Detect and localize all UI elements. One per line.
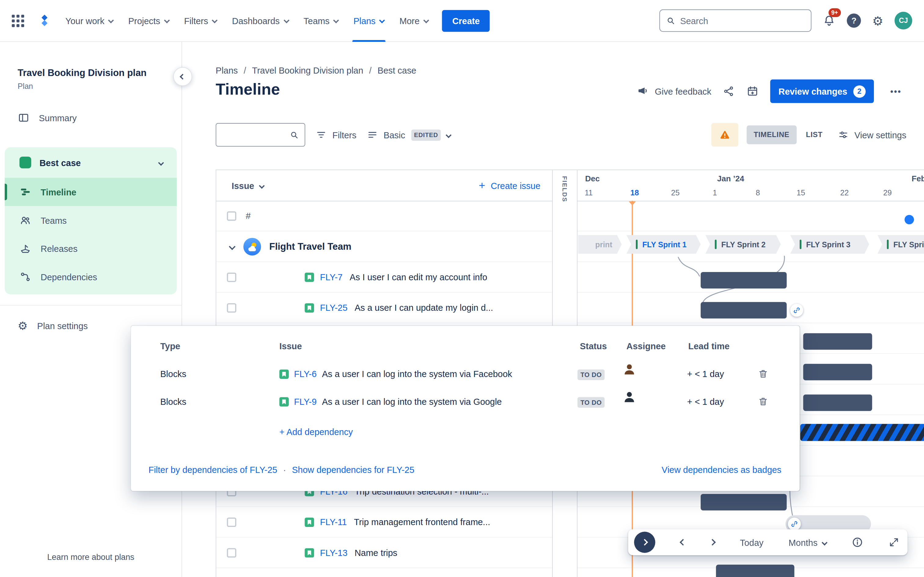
zoom-level-dropdown[interactable]: Months bbox=[788, 537, 827, 547]
info-icon bbox=[852, 537, 864, 548]
nav-label: Plans bbox=[354, 16, 376, 26]
issue-key-link[interactable]: FLY-9 bbox=[294, 396, 317, 407]
view-mode-timeline[interactable]: TIMELINE bbox=[746, 126, 796, 144]
jira-logo[interactable] bbox=[38, 14, 51, 27]
timeline-info-button[interactable] bbox=[852, 537, 864, 548]
issue-search-box[interactable] bbox=[216, 123, 305, 147]
nav-more[interactable]: More bbox=[399, 0, 428, 42]
breadcrumb-plan-name[interactable]: Travel Booking Division plan bbox=[252, 65, 363, 76]
row-checkbox[interactable] bbox=[227, 548, 236, 558]
user-avatar[interactable]: CJ bbox=[895, 12, 913, 30]
scroll-right-button[interactable] bbox=[710, 540, 715, 544]
delete-dependency-button[interactable] bbox=[758, 396, 769, 407]
sprint-bar-fly-sprint-1[interactable]: FLY Sprint 1 bbox=[627, 235, 701, 254]
gantt-bar-fly-13[interactable] bbox=[716, 564, 794, 577]
add-dependency-button[interactable]: + Add dependency bbox=[279, 427, 353, 437]
app-switcher-button[interactable] bbox=[12, 15, 24, 27]
zoom-level-label: Months bbox=[788, 537, 818, 547]
gantt-bar-fly-7[interactable] bbox=[701, 272, 787, 288]
filter-by-dependencies-link[interactable]: Filter by dependencies of FLY-25 bbox=[149, 465, 277, 475]
row-checkbox[interactable] bbox=[227, 211, 236, 221]
breadcrumb-plans[interactable]: Plans bbox=[216, 65, 238, 76]
sidebar-item-summary[interactable]: Summary bbox=[0, 103, 181, 133]
chevron-down-icon[interactable] bbox=[229, 243, 236, 250]
filters-label: Filters bbox=[333, 130, 357, 140]
scroll-left-button[interactable] bbox=[680, 540, 685, 544]
nav-plans[interactable]: Plans bbox=[354, 0, 384, 42]
global-search[interactable] bbox=[659, 10, 812, 32]
view-preset-dropdown[interactable]: Basic EDITED bbox=[367, 129, 451, 140]
gantt-bar-fly-25[interactable] bbox=[701, 302, 787, 318]
gantt-bar[interactable] bbox=[803, 395, 872, 411]
row-checkbox[interactable] bbox=[227, 303, 236, 312]
filters-button[interactable]: Filters bbox=[316, 129, 357, 140]
row-checkbox[interactable] bbox=[227, 517, 236, 527]
share-button[interactable] bbox=[723, 85, 735, 97]
issue-key-link[interactable]: FLY-7 bbox=[320, 272, 342, 282]
view-settings-button[interactable]: View settings bbox=[838, 129, 906, 140]
sidebar-item-teams[interactable]: Teams bbox=[5, 206, 177, 234]
gantt-bar[interactable] bbox=[803, 364, 872, 380]
more-actions-button[interactable]: ••• bbox=[885, 83, 906, 100]
help-button[interactable]: ? bbox=[847, 13, 861, 27]
sidebar-collapse-button[interactable] bbox=[173, 67, 192, 86]
warnings-button[interactable] bbox=[711, 123, 738, 147]
link-icon bbox=[793, 306, 801, 314]
milestone-dot[interactable] bbox=[905, 215, 914, 224]
dependency-link-badge[interactable] bbox=[790, 304, 803, 317]
dependency-row-fly-9: Blocks FLY-9 As a user I can log into th… bbox=[131, 391, 800, 412]
issue-summary: As a user I can update my login d... bbox=[354, 303, 493, 313]
issue-search-input[interactable] bbox=[222, 130, 286, 140]
sprint-bar-previous[interactable]: print bbox=[578, 235, 622, 254]
learn-more-link[interactable]: Learn more about plans bbox=[0, 552, 181, 562]
nav-your-work[interactable]: Your work bbox=[65, 0, 113, 42]
issue-key-link[interactable]: FLY-13 bbox=[320, 548, 347, 558]
notifications-button[interactable]: 9+ bbox=[823, 14, 836, 27]
top-nav: Your work Projects Filters Dashboards Te… bbox=[0, 0, 924, 42]
breadcrumb-scenario[interactable]: Best case bbox=[377, 65, 416, 76]
issue-key-link[interactable]: FLY-25 bbox=[320, 303, 347, 313]
create-button[interactable]: Create bbox=[442, 10, 490, 31]
jump-forward-button[interactable] bbox=[634, 532, 655, 553]
global-search-input[interactable] bbox=[680, 16, 805, 26]
sidebar-item-timeline[interactable]: Timeline bbox=[5, 178, 177, 206]
view-mode-list[interactable]: LIST bbox=[799, 126, 830, 144]
sprint-bar-fly-sprint-4[interactable]: FLY Sprin bbox=[877, 235, 924, 254]
delete-dependency-button[interactable] bbox=[758, 369, 769, 379]
review-changes-button[interactable]: Review changes 2 bbox=[770, 79, 874, 103]
link-icon bbox=[790, 520, 798, 528]
gantt-bar-striped-parent[interactable] bbox=[800, 424, 924, 441]
settings-button[interactable]: ⚙ bbox=[872, 15, 884, 27]
date-label-today: 18 bbox=[630, 189, 639, 197]
fullscreen-button[interactable] bbox=[888, 537, 899, 548]
sidebar-item-label: Releases bbox=[40, 243, 78, 253]
sidebar-item-dependencies[interactable]: Dependencies bbox=[5, 263, 177, 291]
today-button[interactable]: Today bbox=[740, 537, 764, 547]
summary-icon bbox=[18, 112, 30, 124]
schedule-button[interactable] bbox=[747, 85, 759, 97]
nav-projects[interactable]: Projects bbox=[128, 0, 169, 42]
sprint-start-tick-icon bbox=[887, 240, 888, 249]
row-checkbox[interactable] bbox=[227, 272, 236, 282]
gantt-bar[interactable] bbox=[803, 334, 872, 350]
gantt-bar-fly-16[interactable] bbox=[701, 494, 787, 511]
issue-key-link[interactable]: FLY-6 bbox=[294, 369, 317, 379]
nav-filters[interactable]: Filters bbox=[184, 0, 216, 42]
issue-header-label: Issue bbox=[232, 181, 254, 190]
sprint-bar-fly-sprint-3[interactable]: FLY Sprint 3 bbox=[790, 235, 869, 254]
show-dependencies-link[interactable]: Show dependencies for FLY-25 bbox=[292, 465, 414, 475]
view-dependencies-as-badges-link[interactable]: View dependencies as badges bbox=[662, 465, 781, 475]
sprint-bar-fly-sprint-2[interactable]: FLY Sprint 2 bbox=[705, 235, 781, 254]
issue-key-link[interactable]: FLY-11 bbox=[320, 517, 347, 527]
create-issue-button[interactable]: Create issue bbox=[478, 181, 541, 190]
breadcrumb-separator: / bbox=[369, 65, 372, 76]
nav-teams[interactable]: Teams bbox=[304, 0, 338, 42]
date-label: 1 bbox=[712, 189, 717, 197]
give-feedback-button[interactable]: Give feedback bbox=[637, 85, 711, 97]
nav-dashboards[interactable]: Dashboards bbox=[232, 0, 288, 42]
chevron-down-icon[interactable] bbox=[259, 183, 265, 189]
status-badge: TO DO bbox=[577, 397, 605, 408]
dependency-link-badge[interactable] bbox=[788, 517, 801, 530]
plan-scenario-header[interactable]: Best case bbox=[5, 147, 177, 178]
sidebar-item-releases[interactable]: Releases bbox=[5, 234, 177, 263]
